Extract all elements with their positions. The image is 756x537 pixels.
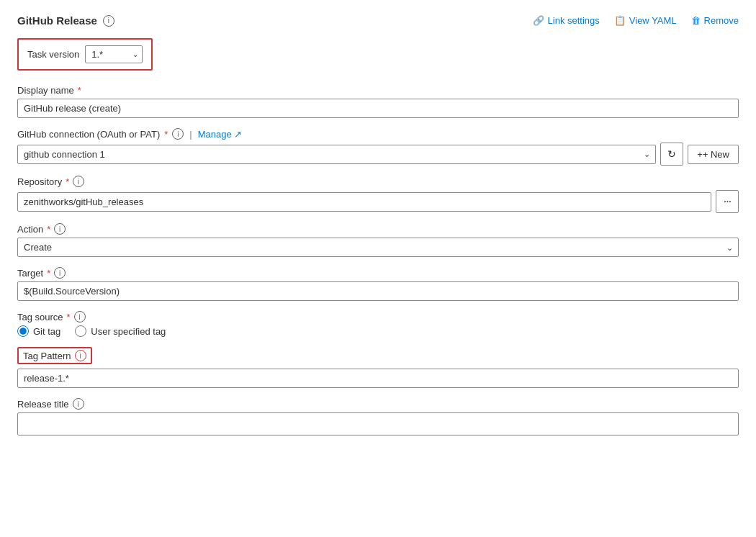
plus-icon: + <box>697 149 703 160</box>
task-version-select-wrapper: 1.* 0.* ⌄ <box>85 45 143 63</box>
target-required: * <box>47 268 50 279</box>
github-connection-label-row: GitHub connection (OAuth or PAT) * i | M… <box>17 128 739 140</box>
github-connection-select[interactable]: github connection 1 <box>17 145 656 164</box>
target-label: Target * i <box>17 267 739 279</box>
repository-label: Repository * i <box>17 176 739 187</box>
action-info-icon[interactable]: i <box>54 223 66 235</box>
refresh-connection-button[interactable]: ↻ <box>660 143 683 166</box>
task-version-box: Task version 1.* 0.* ⌄ <box>17 38 153 71</box>
manage-external-icon: ↗ <box>234 129 242 140</box>
view-yaml-icon: 📋 <box>614 15 626 26</box>
tag-source-required: * <box>67 312 71 322</box>
manage-link[interactable]: Manage ↗ <box>198 129 242 140</box>
action-select[interactable]: Create Edit Delete <box>17 238 739 257</box>
user-specified-tag-radio[interactable] <box>75 325 86 337</box>
display-name-required: * <box>78 85 81 96</box>
connection-select-wrapper: github connection 1 ⌄ <box>17 145 656 164</box>
target-info-icon[interactable]: i <box>54 267 66 279</box>
git-tag-radio[interactable] <box>17 325 29 337</box>
page-title: GitHub Release <box>17 14 97 27</box>
target-input[interactable] <box>17 281 739 301</box>
repository-input[interactable] <box>17 192 711 212</box>
action-select-wrapper: Create Edit Delete ⌄ <box>17 238 739 257</box>
release-title-group: Release title i <box>17 398 739 436</box>
github-connection-group: GitHub connection (OAuth or PAT) * i | M… <box>17 128 739 166</box>
release-title-label: Release title i <box>17 398 739 410</box>
tag-pattern-input[interactable] <box>17 369 739 388</box>
tag-source-info-icon[interactable]: i <box>74 311 86 322</box>
repository-info-icon[interactable]: i <box>73 176 84 187</box>
repository-input-row: ··· <box>17 190 739 213</box>
target-group: Target * i <box>17 267 739 301</box>
link-settings-button[interactable]: 🔗 Link settings <box>533 15 600 26</box>
page-header: GitHub Release i 🔗 Link settings 📋 View … <box>17 14 739 27</box>
display-name-label: Display name * <box>17 85 739 96</box>
tag-source-label: Tag source * i <box>17 311 739 322</box>
release-title-input[interactable] <box>17 412 739 436</box>
repository-group: Repository * i ··· <box>17 176 739 213</box>
github-connection-info-icon[interactable]: i <box>172 128 184 140</box>
refresh-icon: ↻ <box>667 148 676 160</box>
repository-browse-button[interactable]: ··· <box>716 190 739 213</box>
git-tag-label: Git tag <box>33 326 60 337</box>
page-title-area: GitHub Release i <box>17 14 114 27</box>
task-version-select[interactable]: 1.* 0.* <box>85 45 143 63</box>
tag-source-group: Tag source * i Git tag User specified ta… <box>17 311 739 337</box>
action-label: Action * i <box>17 223 739 235</box>
connection-input-row: github connection 1 ⌄ ↻ + + New <box>17 143 739 166</box>
display-name-input[interactable] <box>17 99 739 118</box>
tag-pattern-info-icon[interactable]: i <box>75 350 86 361</box>
repository-required: * <box>66 176 69 187</box>
tag-pattern-label-box: Tag Pattern i <box>17 347 92 364</box>
remove-button[interactable]: 🗑 Remove <box>691 15 739 26</box>
remove-icon: 🗑 <box>691 15 701 26</box>
git-tag-radio-item[interactable]: Git tag <box>17 325 60 337</box>
view-yaml-button[interactable]: 📋 View YAML <box>614 15 677 26</box>
github-connection-required: * <box>164 129 168 140</box>
header-info-icon[interactable]: i <box>103 15 114 27</box>
header-actions: 🔗 Link settings 📋 View YAML 🗑 Remove <box>533 15 739 26</box>
action-required: * <box>47 224 50 235</box>
ellipsis-icon: ··· <box>724 195 731 208</box>
task-version-label: Task version <box>27 49 79 60</box>
new-connection-button[interactable]: + + New <box>688 145 739 164</box>
release-title-info-icon[interactable]: i <box>73 398 84 410</box>
user-specified-tag-label: User specified tag <box>91 326 166 337</box>
pipe-separator: | <box>189 129 192 140</box>
user-specified-tag-radio-item[interactable]: User specified tag <box>75 325 166 337</box>
link-settings-icon: 🔗 <box>533 15 544 26</box>
tag-source-radio-group: Git tag User specified tag <box>17 325 739 337</box>
display-name-group: Display name * <box>17 85 739 118</box>
action-group: Action * i Create Edit Delete ⌄ <box>17 223 739 257</box>
tag-pattern-group: Tag Pattern i <box>17 347 739 388</box>
